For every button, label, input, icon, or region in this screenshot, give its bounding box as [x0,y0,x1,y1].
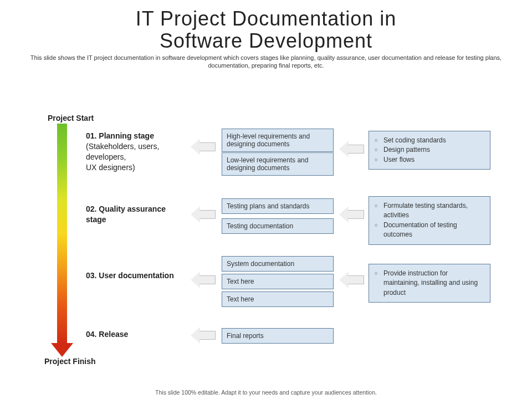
list-item: Documentation of testing outcomes [375,221,484,240]
box-lowlevel-req: Low-level requirements and designing doc… [222,152,334,176]
arrow-left-icon [191,272,216,288]
box-stage2-details: Formulate testing standards, activities … [369,196,490,245]
label-project-start: Project Start [48,114,94,122]
box-text-here-2: Text here [222,291,334,307]
box-testing-plans: Testing plans and standards [222,198,334,214]
arrow-left-icon [339,206,364,223]
stage-2: 02. Quality assurance stage [86,204,183,225]
list-item: Set coding standards [375,136,484,145]
box-text-here-1: Text here [222,274,334,289]
box-stage3-details: Provide instruction for maintaining, ins… [369,264,490,303]
list-item: User flows [375,155,484,165]
slide-footer: This slide 100% editable. Adapt it to yo… [0,389,532,396]
list-item: Provide instruction for maintaining, ins… [375,269,484,298]
list-item: Formulate testing standards, activities [375,201,484,221]
arrow-left-icon [339,141,364,157]
slide-title: IT Project Documentation in Software Dev… [0,0,532,52]
timeline-arrowhead [51,343,73,357]
stage-3-head: 03. User documentation [86,271,174,280]
box-highlevel-req: High-level requirements and designing do… [222,129,334,152]
list-item: Design patterns [375,145,484,155]
stage-4-head: 04. Release [86,330,128,339]
timeline-bar [57,124,67,344]
stage-4: 04. Release [86,329,183,340]
arrow-left-icon [191,206,216,223]
stage-1: 01. Planning stage (Stakeholders, users,… [86,131,183,173]
stage-2-head: 02. Quality assurance stage [86,204,166,224]
label-project-finish: Project Finish [44,357,96,366]
stage-1-head: 01. Planning stage [86,131,154,140]
title-line1: IT Project Documentation in [136,7,397,30]
slide-subtitle: This slide shows the IT project document… [22,54,510,70]
stage-3: 03. User documentation [86,270,183,281]
box-stage1-details: Set coding standards Design patterns Use… [369,131,490,170]
arrow-left-icon [191,139,216,155]
title-line2: Software Development [160,29,372,52]
slide: IT Project Documentation in Software Dev… [0,0,532,399]
arrow-left-icon [339,272,364,288]
arrow-left-icon [191,327,216,344]
box-testing-doc: Testing documentation [222,218,334,234]
stage-1-sub: (Stakeholders, users, developers,UX desi… [86,142,159,172]
box-final-reports: Final reports [222,328,334,344]
box-system-doc: System documentation [222,256,334,272]
